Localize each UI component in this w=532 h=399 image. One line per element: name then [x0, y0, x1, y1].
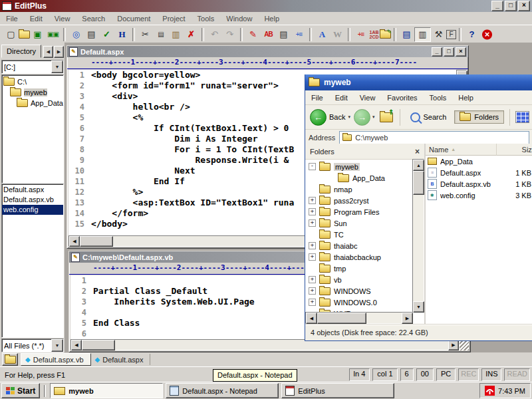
- tree-horizontal-scrollbar[interactable]: ◀ ▶: [305, 312, 414, 324]
- window-panel-icon[interactable]: ▥: [414, 27, 431, 42]
- drive-dropdown-icon[interactable]: ▼: [51, 61, 63, 73]
- expand-box-icon[interactable]: +: [309, 287, 316, 295]
- tree-item[interactable]: + thaiabcbackup: [305, 251, 414, 263]
- toolbar-icon[interactable]: [63, 28, 66, 41]
- toolbar-icon[interactable]: [394, 28, 396, 41]
- tree-item[interactable]: App_Data: [305, 172, 414, 184]
- tree-item[interactable]: + vb: [305, 274, 414, 285]
- menu-item[interactable]: Window: [220, 13, 258, 24]
- expand-box-icon[interactable]: +: [309, 276, 316, 283]
- help-pointer-icon[interactable]: ?: [464, 28, 479, 41]
- tree-item[interactable]: + thaiabc: [305, 240, 414, 251]
- copy-icon[interactable]: ▤: [153, 28, 168, 41]
- print-icon[interactable]: ▤: [84, 28, 99, 41]
- folder-tree-item[interactable]: myweb: [3, 87, 63, 98]
- App_Data[interactable]: App_Data F: [426, 156, 532, 167]
- folders-button[interactable]: Folders: [454, 110, 504, 124]
- start-button[interactable]: Start: [1, 383, 40, 398]
- doc1-titlebar[interactable]: ✎ Default.aspx _ □ ×: [67, 46, 468, 57]
- toolbar-icon[interactable]: [240, 28, 243, 41]
- close-button[interactable]: ×: [518, 1, 530, 11]
- expand-box-icon[interactable]: +: [309, 253, 316, 261]
- close-folders-icon[interactable]: ×: [415, 147, 420, 156]
- taskbar-task[interactable]: Default.aspx - Notepad: [166, 383, 279, 398]
- user-tools-icon[interactable]: ⚒: [431, 28, 446, 41]
- file-filter-select[interactable]: All Files (*.*) ▼: [1, 338, 64, 352]
- scroll-thumb[interactable]: [82, 340, 115, 350]
- toolbar-icon[interactable]: [459, 28, 462, 41]
- font-color-icon[interactable]: AB: [261, 28, 276, 41]
- sorted-list-icon[interactable]: +≡: [291, 28, 307, 41]
- resize-grip[interactable]: [460, 341, 469, 350]
- tree-item[interactable]: + Program Files: [305, 206, 414, 217]
- highlight-icon[interactable]: ✎: [245, 28, 261, 41]
- document-tab[interactable]: ◆ Default.aspx: [91, 354, 151, 365]
- menu-item[interactable]: Tools: [192, 13, 221, 24]
- preferences-icon[interactable]: [380, 31, 391, 39]
- scroll-left-icon[interactable]: ◀: [71, 340, 82, 350]
- forward-dropdown-icon[interactable]: ▾: [372, 114, 375, 120]
- spell-check-icon[interactable]: ✓: [99, 28, 114, 41]
- column-name[interactable]: Name ▲: [426, 144, 497, 156]
- expand-box-icon[interactable]: +: [309, 208, 316, 215]
- taskbar-task[interactable]: myweb: [50, 383, 163, 398]
- antivirus-tray-icon[interactable]: [485, 386, 495, 396]
- menu-item[interactable]: Project: [156, 13, 191, 24]
- undo-icon[interactable]: ↶: [207, 28, 222, 41]
- expand-box-icon[interactable]: +: [309, 242, 316, 249]
- doc-close-button[interactable]: ×: [456, 47, 466, 57]
- tree-item[interactable]: nmap: [305, 184, 414, 195]
- drive-select[interactable]: [C:] ▼: [1, 60, 64, 74]
- save-icon[interactable]: ▣: [30, 28, 45, 41]
- tab-scroll-left-icon[interactable]: ◀: [43, 46, 53, 58]
- html-document-icon[interactable]: H: [114, 28, 130, 41]
- tree-item[interactable]: TC: [305, 229, 414, 240]
- menu-item[interactable]: Help: [452, 92, 479, 103]
- tree-item[interactable]: + WINDOWS.0: [305, 297, 414, 308]
- duplicate-icon[interactable]: ▤: [276, 28, 291, 41]
- web.config[interactable]: web.config 3 KB X: [426, 190, 532, 201]
- mark-line-icon[interactable]: +≡: [353, 28, 368, 41]
- delete-icon[interactable]: ✗: [184, 28, 199, 41]
- toolbar-icon[interactable]: [201, 28, 204, 41]
- tree-vertical-scrollbar[interactable]: ▲ ▼: [412, 159, 424, 313]
- search-button[interactable]: Search: [406, 110, 452, 124]
- scroll-right-icon[interactable]: ▶: [402, 313, 413, 324]
- back-dropdown-icon[interactable]: ▾: [348, 114, 350, 120]
- scroll-thumb[interactable]: [317, 313, 366, 324]
- tab-directory[interactable]: Directory: [1, 45, 41, 58]
- cut-icon[interactable]: ✂: [138, 28, 153, 41]
- menu-item[interactable]: View: [354, 92, 382, 103]
- expand-box-icon[interactable]: +: [309, 219, 316, 227]
- expand-box-icon[interactable]: +: [309, 299, 316, 306]
- document-tab[interactable]: ◆ Default.aspx.vb: [21, 353, 91, 366]
- menu-item[interactable]: Document: [111, 13, 156, 24]
- tree-item[interactable]: - myweb: [305, 161, 414, 172]
- Default.aspx.vb[interactable]: Default.aspx.vb 1 KB V: [426, 178, 532, 190]
- tab-scroll-right-icon[interactable]: ▶: [54, 46, 64, 58]
- explorer-titlebar[interactable]: myweb: [305, 74, 532, 90]
- menu-item[interactable]: File: [0, 13, 24, 24]
- doc-maximize-button[interactable]: □: [444, 47, 454, 57]
- Default.aspx[interactable]: Default.aspx 1 KB A: [426, 167, 532, 178]
- toolbar-icon[interactable]: [132, 28, 135, 41]
- address-input[interactable]: C:\myweb: [339, 131, 529, 144]
- file-list-item[interactable]: Default.aspx: [2, 185, 63, 195]
- tree-item[interactable]: + Sun: [305, 217, 414, 229]
- scroll-thumb[interactable]: [80, 236, 113, 247]
- scroll-left-icon[interactable]: ◀: [306, 313, 317, 324]
- menu-item[interactable]: File: [305, 92, 329, 103]
- scroll-down-icon[interactable]: ▼: [413, 301, 424, 313]
- menu-item[interactable]: Favorites: [381, 92, 423, 103]
- up-button[interactable]: [378, 112, 394, 122]
- expand-box-icon[interactable]: -: [309, 163, 316, 170]
- close-document-icon[interactable]: ×: [479, 28, 495, 41]
- html-tag-icon[interactable]: A: [315, 28, 330, 41]
- file-list-item[interactable]: Default.aspx.vb: [2, 195, 63, 205]
- file-list-item[interactable]: web.config: [2, 205, 63, 215]
- menu-item[interactable]: View: [49, 13, 76, 24]
- line-number-icon[interactable]: 1AB 2CD: [368, 28, 380, 41]
- tree-item[interactable]: + WINDOWS: [305, 285, 414, 297]
- paste-icon[interactable]: ▥: [168, 28, 184, 41]
- menu-item[interactable]: Tools: [424, 92, 453, 103]
